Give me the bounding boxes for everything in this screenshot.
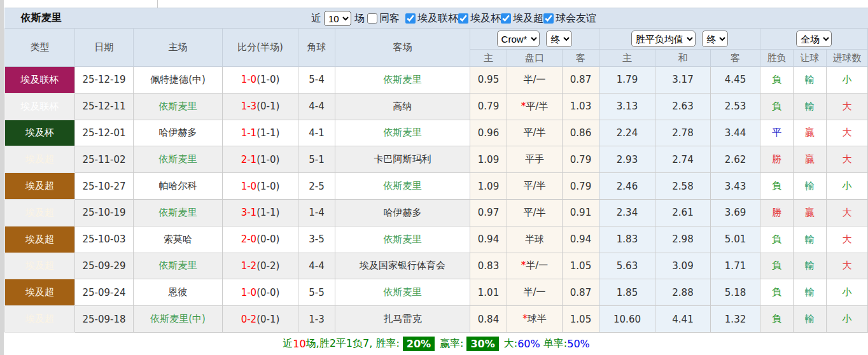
league-filter-checkbox-0[interactable]	[405, 13, 416, 24]
subcol-europe-draw: 和	[655, 50, 711, 67]
away-team: 依斯麦里	[384, 74, 422, 85]
away-cell: 哈伊赫多	[335, 199, 470, 226]
score-cell: 2-1(1-0)	[223, 146, 298, 173]
league-filter-label-1[interactable]: 埃及杯	[470, 12, 501, 24]
league-filter-checkbox-1[interactable]	[458, 13, 468, 24]
handicap-star: *	[522, 313, 528, 324]
team-header-bar: 依斯麦里 近 10 场 同客 埃及联杯埃及杯埃及超球会友谊	[4, 8, 868, 28]
corner-cell: 1-3	[298, 306, 335, 333]
col-header-date: 日期	[75, 29, 134, 67]
league-type-cell: 埃及超	[5, 173, 75, 200]
corner-cell: 4-4	[298, 253, 335, 279]
match-row: 埃及超25-10-03索莫哈2-0(0-0)3-5依斯麦里0.94半球0.941…	[5, 226, 868, 253]
result-goals-cell: 小	[827, 173, 868, 200]
crow-away-odds-cell: 1.05	[563, 253, 599, 279]
score-halftime: (1-0)	[256, 74, 279, 85]
home-team: 依斯麦里	[159, 101, 197, 112]
europe-draw-odds-cell: 4.41	[655, 306, 711, 333]
home-team: 哈伊赫多	[159, 127, 197, 138]
home-team: 依斯麦里	[159, 207, 197, 218]
corner-cell: 1-4	[298, 199, 335, 226]
result-handicap-cell: 贏	[794, 199, 827, 226]
crow-home-odds-cell: 1.09	[470, 146, 507, 173]
matches-label: 场	[354, 12, 365, 25]
recent-count-select[interactable]: 10	[324, 11, 351, 26]
europe-draw-odds-cell: 2.58	[655, 173, 711, 200]
league-filter-label-3[interactable]: 球会友谊	[556, 12, 596, 24]
score-fulltime: 1-2	[241, 260, 257, 272]
score-cell: 2-0(0-0)	[223, 226, 298, 253]
europe-home-odds-cell: 2.93	[599, 146, 655, 173]
home-team: 依斯麦里	[159, 260, 197, 271]
league-filter-group: 埃及联杯埃及杯埃及超球会友谊	[405, 12, 596, 25]
col-header-home: 主场	[134, 29, 223, 67]
crow-home-odds-cell: 1.01	[470, 279, 507, 306]
result-wdl-cell: 負	[760, 253, 794, 279]
europe-away-odds-cell: 3.43	[711, 173, 760, 200]
europe-draw-odds-cell: 3.17	[655, 67, 711, 94]
europe-odds-select[interactable]: 胜平负均值	[631, 31, 696, 47]
handicap-cell: 平/半	[507, 120, 563, 146]
league-filter-label-2[interactable]: 埃及超	[513, 12, 543, 24]
handicap-value: 平/半	[523, 180, 545, 191]
home-team: 索莫哈	[164, 233, 192, 245]
date-cell: 25-09-18	[75, 306, 134, 333]
away-cell: 扎马雷克	[335, 306, 470, 333]
date-cell: 25-11-02	[75, 146, 134, 173]
crow-home-odds-cell: 1.09	[470, 173, 507, 200]
result-handicap-cell: 輸	[794, 173, 827, 200]
home-cell: 哈伊赫多	[134, 120, 223, 146]
match-row: 埃及杯25-12-01哈伊赫多1-1(1-1)4-1依斯麦里0.96平/半0.8…	[5, 120, 868, 146]
result-handicap-cell: 輸	[794, 93, 827, 120]
score-cell: 1-3(0-1)	[223, 93, 298, 120]
league-filter-checkbox-2[interactable]	[501, 13, 511, 24]
same-away-label[interactable]: 同客	[379, 12, 400, 25]
league-filter-checkbox-3[interactable]	[543, 13, 554, 24]
away-team: 依斯麦里	[384, 233, 422, 245]
top-strip-divider	[157, 0, 158, 8]
score-cell: 0-2(0-1)	[223, 306, 298, 333]
team-name: 依斯麦里	[21, 11, 62, 25]
handicap-value: 平手	[525, 153, 544, 165]
home-cell: 恩彼	[134, 279, 223, 306]
date-cell: 25-12-19	[75, 67, 134, 94]
corner-cell: 5-4	[298, 67, 335, 94]
europe-draw-odds-cell: 2.78	[655, 120, 711, 146]
europe-time-select[interactable]: 终	[702, 31, 728, 47]
crow-away-odds-cell: 0.87	[563, 279, 599, 306]
corner-cell: 5-1	[298, 146, 335, 173]
home-cell: 依斯麦里(中)	[134, 306, 223, 333]
europe-away-odds-cell: 5.01	[711, 226, 760, 253]
league-type-cell: 埃及超	[5, 279, 75, 306]
handicap-cell: 半/一	[507, 279, 563, 306]
score-fulltime: 1-0	[241, 74, 257, 85]
league-type-cell: 埃及超	[5, 253, 75, 279]
score-halftime: (0-2)	[256, 260, 279, 272]
europe-away-odds-cell: 3.44	[711, 120, 760, 146]
col-header-corner: 角球	[298, 29, 335, 67]
away-team: 依斯麦里	[384, 127, 422, 138]
bookmaker-select[interactable]: Crow*	[497, 31, 540, 47]
away-cell: 卡巴阿斯玛利	[335, 146, 470, 173]
home-cell: 依斯麦里	[134, 146, 223, 173]
away-team: 扎马雷克	[384, 313, 422, 324]
footer-summary: 场,胜2平1负7, 胜率:	[306, 337, 400, 351]
crow-home-odds-cell: 0.95	[470, 67, 507, 94]
league-filter-label-0[interactable]: 埃及联杯	[417, 12, 458, 24]
handicap-cell: 平/半	[507, 173, 563, 200]
score-cell: 1-0(1-0)	[223, 173, 298, 200]
result-scope-select[interactable]: 全场	[796, 31, 832, 47]
bookmaker-time-select[interactable]: 终	[546, 31, 572, 47]
away-cell: 埃及国家银行体育会	[335, 253, 470, 279]
subcol-result-handicap: 让球	[794, 50, 827, 67]
score-fulltime: 2-0	[241, 233, 257, 245]
result-handicap-cell: 贏	[794, 146, 827, 173]
europe-home-odds-cell: 1.79	[599, 67, 655, 94]
score-halftime: (1-0)	[256, 154, 279, 165]
handicap-cell: 平/半	[507, 199, 563, 226]
handicap-value: 半/一	[523, 286, 545, 298]
crow-home-odds-cell: 0.83	[470, 253, 507, 279]
same-away-checkbox[interactable]	[367, 13, 377, 24]
score-halftime: (0-1)	[256, 314, 279, 325]
handicap-cell: *半/一	[507, 253, 563, 279]
